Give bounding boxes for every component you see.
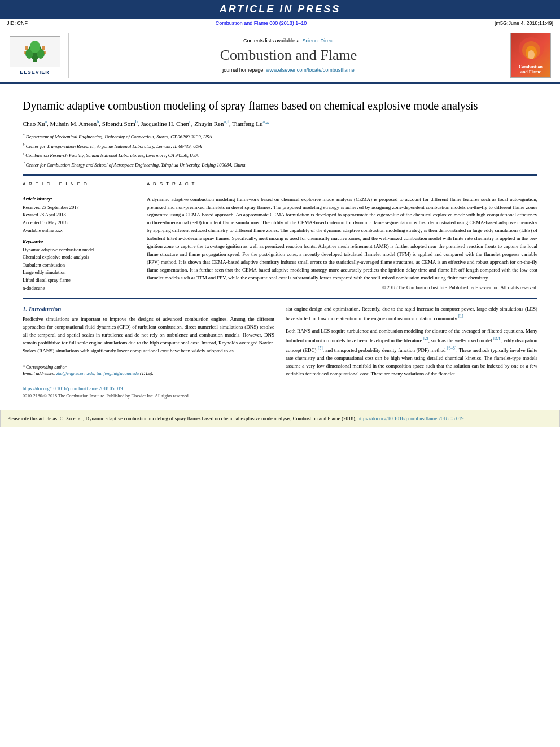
affiliation-a: a Department of Mechanical Engineering, … [23, 132, 537, 141]
issn-line: 0010-2180/© 2018 The Combustion Institut… [23, 394, 190, 399]
journal-homepage-line: journal homepage: www.elsevier.com/locat… [222, 67, 355, 73]
keyword-1: Dynamic adaptive combustion model [23, 246, 135, 254]
article-info-header: A R T I C L E I N F O [23, 181, 135, 186]
homepage-url-link[interactable]: www.elsevier.com/locate/combustflame [266, 67, 355, 73]
elsevier-wordmark: ELSEVIER [20, 69, 50, 75]
divider-thin-2 [147, 191, 537, 191]
footnote-section: * Corresponding author E-mail addresses:… [23, 361, 274, 376]
accepted-date: Accepted 16 May 2018 [23, 219, 135, 226]
intro-paragraph-2: sist engine design and optimization. Rec… [286, 305, 537, 323]
article-history-dates: Received 23 September 2017 Revised 28 Ap… [23, 204, 135, 234]
cover-image: Combustion and Flame [510, 33, 551, 78]
jid-label: JID: CNF [7, 20, 28, 26]
keyword-6: n-dodecane [23, 285, 135, 292]
svg-rect-8 [44, 51, 46, 54]
keyword-3: Turbulent combustion [23, 261, 135, 269]
journal-citation-link[interactable]: Combustion and Flame 000 (2018) 1–10 [28, 20, 495, 26]
article-title: Dynamic adaptive combustion modeling of … [23, 98, 537, 113]
main-content: Dynamic adaptive combustion modeling of … [0, 84, 560, 404]
cover-title-text: Combustion and Flame [519, 64, 542, 75]
affiliation-b: b Center for Transportation Research, Ar… [23, 142, 537, 150]
received-date: Received 23 September 2017 [23, 204, 135, 211]
section-1-title: 1. Introduction [23, 305, 274, 312]
email-link-2[interactable]: tianfeng.lu@uconn.edu [97, 371, 139, 376]
authors-line: Chao Xua, Muhsin M. Ameenb, Sibendu Somb… [23, 119, 537, 129]
intro-paragraph-1: Predictive simulations are important to … [23, 316, 274, 355]
intro-col-right: sist engine design and optimization. Rec… [286, 305, 537, 399]
top-meta-bar: JID: CNF Combustion and Flame 000 (2018)… [0, 19, 560, 28]
keyword-2: Chemical explosive mode analysis [23, 254, 135, 261]
email-footnote: E-mail addresses: zhu@engr.uconn.edu, ti… [23, 371, 274, 376]
intro-col-left: 1. Introduction Predictive simulations a… [23, 305, 274, 399]
abstract-body: A dynamic adaptive combustion modeling f… [147, 196, 537, 282]
article-info-abstract-section: A R T I C L E I N F O Article history: R… [23, 181, 537, 292]
svg-rect-5 [25, 46, 28, 50]
affiliations-section: a Department of Mechanical Engineering, … [23, 132, 537, 168]
keyword-5: Lifted diesel spray flame [23, 277, 135, 285]
article-in-press-banner: ARTICLE IN PRESS [0, 0, 560, 19]
corresponding-footnote: * Corresponding author [23, 365, 274, 370]
journal-cover-thumbnail: Combustion and Flame [508, 33, 553, 78]
journal-header-center: Contents lists available at ScienceDirec… [75, 33, 502, 78]
keyword-4: Large eddy simulation [23, 269, 135, 277]
available-online: Available online xxx [23, 227, 135, 234]
svg-rect-6 [42, 46, 45, 50]
contents-available-line: Contents lists available at ScienceDirec… [243, 38, 334, 43]
svg-point-12 [528, 50, 535, 59]
abstract-column: A B S T R A C T A dynamic adaptive combu… [147, 181, 537, 292]
svg-point-4 [30, 41, 40, 53]
svg-rect-7 [24, 51, 26, 54]
history-label: Article history: [23, 196, 135, 202]
divider-thick [23, 174, 537, 176]
citation-box: Please cite this article as: C. Xu et al… [0, 410, 560, 428]
affiliation-d: d Center for Combustion Energy and Schoo… [23, 160, 537, 169]
revised-date: Revised 28 April 2018 [23, 211, 135, 219]
keywords-list: Dynamic adaptive combustion model Chemic… [23, 246, 135, 292]
divider-thick-2 [23, 298, 537, 299]
citation-text: Please cite this article as: C. Xu et al… [7, 416, 356, 421]
abstract-header: A B S T R A C T [147, 181, 537, 186]
journal-header: ELSEVIER Contents lists available at Sci… [0, 28, 560, 84]
elsevier-tree-icon [21, 40, 49, 63]
doi-section: https://doi.org/10.1016/j.combustflame.2… [23, 382, 274, 399]
article-info-column: A R T I C L E I N F O Article history: R… [23, 181, 135, 292]
divider-thin-1 [23, 191, 135, 191]
introduction-section: 1. Introduction Predictive simulations a… [23, 305, 537, 399]
elsevier-logo-box [10, 36, 60, 67]
journal-title-heading: Combustion and Flame [220, 47, 357, 64]
copyright-notice: © 2018 The Combustion Institute. Publish… [147, 285, 537, 290]
affiliation-c: c Combustion Research Facility, Sandia N… [23, 151, 537, 159]
citation-doi-link[interactable]: https://doi.org/10.1016/j.combustflame.2… [358, 416, 464, 421]
email-link-1[interactable]: zhu@engr.uconn.edu [56, 371, 94, 376]
version-label: [m5G;June 4, 2018;11:49] [495, 20, 553, 26]
doi-link[interactable]: https://doi.org/10.1016/j.combustflame.2… [23, 386, 274, 391]
sciencedirect-link[interactable]: ScienceDirect [303, 38, 334, 43]
intro-paragraph-3: Both RANS and LES require turbulence and… [286, 327, 537, 378]
keywords-label: Keywords: [23, 239, 135, 244]
journal-citation-anchor[interactable]: Combustion and Flame 000 (2018) 1–10 [216, 20, 307, 26]
elsevier-logo: ELSEVIER [7, 33, 69, 78]
